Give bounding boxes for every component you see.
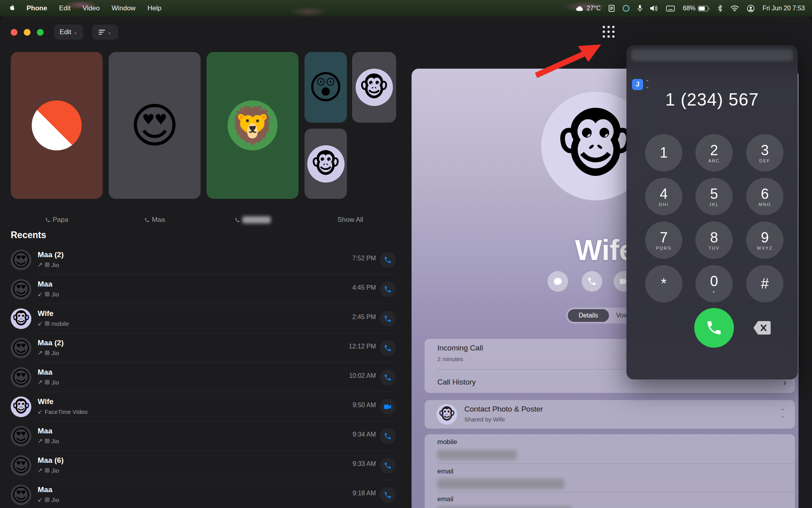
recent-row[interactable]: 🐵 Wife ↙mobile 2:45 PM xyxy=(0,304,400,333)
incoming-call-label: Incoming Call xyxy=(437,344,483,352)
sim-badge-icon xyxy=(45,380,50,385)
dialpad-key-star[interactable]: * xyxy=(645,265,682,302)
call-button[interactable] xyxy=(380,340,396,356)
weather-item[interactable]: 27°C xyxy=(575,5,601,12)
favorite-card-small-1[interactable]: 😲 xyxy=(304,52,347,123)
outgoing-arrow-icon: ↗ xyxy=(38,261,43,268)
recent-row[interactable]: 😍 Maa ↙Jio 9:18 AM xyxy=(0,480,400,508)
sim-line-badge[interactable]: J xyxy=(632,79,643,90)
call-time: 12:12 PM xyxy=(349,343,376,350)
dialpad-key-1[interactable]: 1 xyxy=(645,134,682,171)
backspace-button[interactable] xyxy=(753,321,772,335)
recent-row[interactable]: 😍 Maa ↗Jio 10:02 AM xyxy=(0,363,400,392)
favorite-card-lion[interactable]: 🦁 xyxy=(207,52,299,199)
dialpad-key-hash[interactable]: # xyxy=(746,265,783,302)
phone-icon xyxy=(587,277,597,286)
dialpad-key-5[interactable]: 5JKL xyxy=(695,178,733,215)
filter-dropdown-button[interactable]: ⌄ xyxy=(92,25,118,40)
dialpad-key-2[interactable]: 2ABC xyxy=(695,134,733,171)
dialpad-toggle-button[interactable] xyxy=(599,24,618,40)
dialpad-key-9[interactable]: 9WXYZ xyxy=(746,221,783,259)
close-window-button[interactable] xyxy=(11,29,17,36)
microphone-icon[interactable] xyxy=(638,5,642,12)
call-button[interactable] xyxy=(380,428,396,444)
incoming-arrow-icon: ↙ xyxy=(38,291,43,298)
menu-video[interactable]: Video xyxy=(82,4,100,12)
menu-bar: Phone Edit Video Window Help 27°C xyxy=(0,0,812,17)
blurred-title-bar xyxy=(631,49,793,61)
menu-app-name[interactable]: Phone xyxy=(27,4,47,12)
photo-poster-card[interactable]: 🐵 Contact Photo & Poster Shared by Wife … xyxy=(425,400,795,429)
incoming-arrow-icon: ↙ xyxy=(38,496,43,503)
contact-name: Maa (6) xyxy=(38,456,63,465)
favorite-label-papa[interactable]: Papa xyxy=(11,215,103,225)
call-button[interactable] xyxy=(380,311,396,327)
email-field-label[interactable]: email xyxy=(437,468,454,475)
call-button[interactable] xyxy=(380,458,396,473)
recent-row[interactable]: 😍 Maa ↙Jio 4:45 PM xyxy=(0,275,400,304)
bluetooth-icon[interactable] xyxy=(718,5,722,12)
call-action-button[interactable] xyxy=(582,271,602,292)
minimize-window-button[interactable] xyxy=(24,29,31,36)
recent-row[interactable]: 😍 Maa ↗Jio 9:34 AM xyxy=(0,421,400,451)
outgoing-arrow-icon: ↗ xyxy=(38,349,43,356)
favorite-card-maa[interactable]: 😍 xyxy=(109,52,201,199)
filter-icon xyxy=(99,30,105,35)
call-button[interactable] xyxy=(380,281,396,297)
phone-icon xyxy=(384,491,392,499)
volume-icon[interactable] xyxy=(650,5,658,12)
dialpad-window: J ⌃⌃ 1 (234) 567 1 2ABC 3DEF 4GHI 5JKL 6… xyxy=(626,45,798,379)
call-button[interactable] xyxy=(380,252,396,268)
dialed-number-display[interactable]: 1 (234) 567 xyxy=(626,90,798,110)
call-button[interactable] xyxy=(380,369,396,385)
phone-icon xyxy=(384,256,392,264)
favorite-label-maa[interactable]: Maa xyxy=(109,215,201,225)
dialpad-key-8[interactable]: 8TUV xyxy=(695,221,733,259)
tab-details[interactable]: Details xyxy=(568,309,609,322)
favorite-card-small-3[interactable]: 🐵 xyxy=(304,129,347,199)
recent-row[interactable]: 😍 Maa (2) ↗Jio 7:52 PM xyxy=(0,245,400,275)
menu-window[interactable]: Window xyxy=(111,4,135,12)
clipboard-icon[interactable] xyxy=(609,5,615,12)
recent-row[interactable]: 😍 Maa (2) ↗Jio 12:12 PM xyxy=(0,333,400,363)
message-button[interactable] xyxy=(548,271,568,292)
video-icon xyxy=(383,402,392,411)
contact-avatar: 😍 xyxy=(11,426,31,446)
mobile-field-label[interactable]: mobile xyxy=(437,438,457,446)
favorite-card-small-2[interactable]: 🐵 xyxy=(352,52,396,123)
email-field-value-blurred xyxy=(437,506,572,508)
poster-subtitle: Shared by Wife xyxy=(464,416,505,423)
dial-call-button[interactable] xyxy=(694,308,734,348)
menu-help[interactable]: Help xyxy=(147,4,161,12)
dialpad-key-6[interactable]: 6MNO xyxy=(746,178,783,215)
incoming-arrow-icon: ↙ xyxy=(38,408,43,415)
user-account-icon[interactable] xyxy=(747,5,755,12)
chevron-down-icon: ⌄ xyxy=(74,29,78,35)
wifi-icon[interactable] xyxy=(730,5,739,12)
call-button[interactable] xyxy=(380,487,396,503)
battery-item[interactable]: 68% xyxy=(683,5,710,12)
favorite-card-papa[interactable] xyxy=(11,52,103,199)
contact-avatar: 😍 xyxy=(11,279,31,300)
dialpad-key-0[interactable]: 0+ xyxy=(695,265,733,302)
recent-row[interactable]: 😍 Maa (6) ↗Jio 9:33 AM xyxy=(0,451,400,480)
email-field-label[interactable]: email xyxy=(437,495,454,503)
edit-dropdown-button[interactable]: Edit ⌄ xyxy=(54,25,83,40)
zoom-window-button[interactable] xyxy=(37,29,44,36)
apple-menu-icon[interactable] xyxy=(9,4,15,13)
dialpad-key-3[interactable]: 3DEF xyxy=(746,134,783,171)
app-status-icon[interactable] xyxy=(622,5,630,12)
recent-row[interactable]: 🐵 Wife ↙FaceTime Video 9:50 AM xyxy=(0,392,400,421)
favorite-label-blurred[interactable] xyxy=(207,215,299,225)
facetime-button[interactable] xyxy=(380,399,396,415)
dialpad-key-7[interactable]: 7PQRS xyxy=(645,221,682,259)
call-meta: ↗Jio xyxy=(38,349,59,356)
contact-name: Maa xyxy=(38,427,52,435)
menu-edit[interactable]: Edit xyxy=(59,4,71,12)
call-history-row[interactable]: Call History xyxy=(437,378,476,387)
dialpad-key-4[interactable]: 4GHI xyxy=(645,178,682,215)
show-all-link[interactable]: Show All xyxy=(304,215,396,225)
keyboard-icon[interactable] xyxy=(666,6,675,12)
call-meta: ↙Jio xyxy=(38,496,59,503)
menu-bar-clock[interactable]: Fri Jun 20 7:53 xyxy=(762,5,805,12)
